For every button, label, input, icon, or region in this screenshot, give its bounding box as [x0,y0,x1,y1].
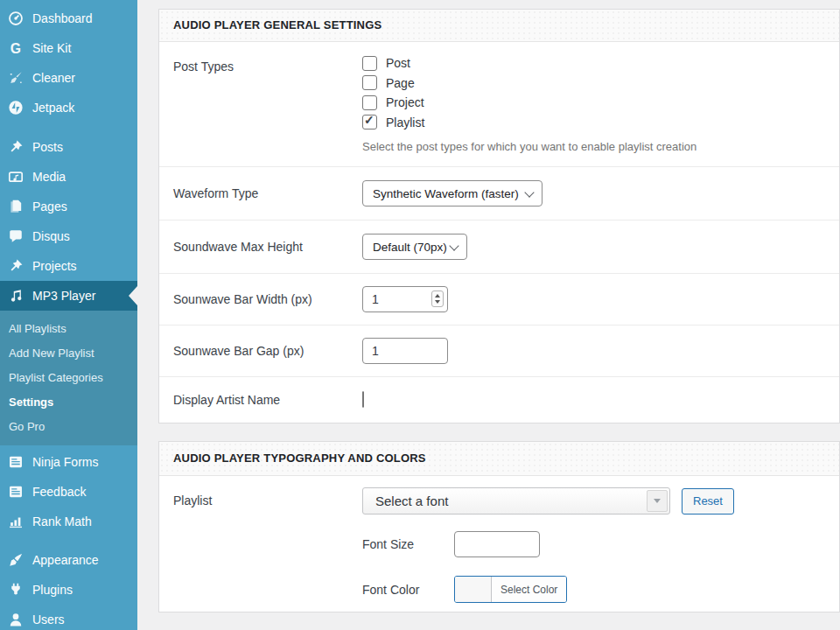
max-height-label: Soundwave Max Height [173,234,362,260]
post-type-option-project[interactable]: Project [362,93,825,113]
font-size-label: Font Size [362,537,454,551]
sidebar-item-label: Cleaner [32,71,75,85]
checkbox-project[interactable] [362,95,377,110]
sidebar-item-label: Site Kit [32,41,71,55]
checkbox-post[interactable] [362,56,377,71]
pushpin-icon [7,139,24,155]
number-spinner[interactable] [431,290,444,307]
submenu-item-go-pro[interactable]: Go Pro [0,415,137,439]
reset-button[interactable]: Reset [682,488,734,514]
sidebar-item-label: Appearance [32,553,99,567]
sidebar-item-label: Media [32,170,66,184]
typography-title: AUDIO PLAYER TYPOGRAPHY AND COLORS [159,442,839,476]
checkbox-playlist[interactable] [362,115,377,130]
sidebar-item-users[interactable]: Users [0,605,137,630]
playlist-font-select[interactable]: Select a font [362,487,670,514]
max-height-select[interactable]: Default (70px) [362,234,467,260]
waveform-type-row: Waveform Type Synthetic Waveform (faster… [159,166,839,220]
svg-text:G: G [10,41,21,56]
sidebar-item-label: Dashboard [32,11,93,25]
user-icon [7,612,24,627]
post-type-option-page[interactable]: Page [362,74,825,94]
bar-gap-row: Sounwave Bar Gap (px) [159,325,839,376]
sidebar-group-plugins: Ninja Forms Feedback Rank Math [0,447,137,536]
pages-icon [7,199,24,214]
playlist-typography-row: Playlist Select a font Reset Font Size [159,476,839,624]
post-types-help-text: Select the post types for which you want… [362,140,825,153]
sidebar-item-label: MP3 Player [32,289,95,303]
sidebar-item-label: Rank Math [32,514,92,528]
sidebar-item-dashboard[interactable]: Dashboard [0,4,137,33]
playlist-label: Playlist [173,487,362,514]
font-color-row: Font Color Select Color [362,576,825,603]
post-types-row: Post Types Post Page Project [159,42,839,166]
admin-sidebar: Dashboard G Site Kit Cleaner Jetpack [0,0,137,630]
waveform-type-select[interactable]: Synthetic Waveform (faster) [362,180,542,206]
display-artist-checkbox[interactable] [362,391,364,408]
checkbox-page[interactable] [362,75,377,90]
post-type-option-playlist[interactable]: Playlist [362,113,825,133]
display-artist-label: Display Artist Name [173,393,362,407]
select-color-button-label: Select Color [492,577,566,602]
sidebar-group-main: Posts Media Pages Disqus [0,132,137,445]
sidebar-item-pages[interactable]: Pages [0,192,137,221]
settings-content: AUDIO PLAYER GENERAL SETTINGS Post Types… [137,0,840,630]
color-swatch [455,577,492,602]
sidebar-item-rank-math[interactable]: Rank Math [0,507,137,536]
sidebar-item-ninja-forms[interactable]: Ninja Forms [0,447,137,477]
sidebar-item-plugins[interactable]: Plugins [0,575,137,605]
typography-card: AUDIO PLAYER TYPOGRAPHY AND COLORS Playl… [158,441,840,612]
post-types-label: Post Types [173,53,362,76]
submenu-item-settings[interactable]: Settings [0,390,137,415]
bar-gap-input[interactable] [362,338,448,364]
post-type-option-post[interactable]: Post [362,53,825,74]
brush-icon [7,552,24,568]
submenu-item-playlist-categories[interactable]: Playlist Categories [0,366,137,390]
sidebar-item-feedback[interactable]: Feedback [0,477,137,507]
select-color-button[interactable]: Select Color [454,576,567,603]
spinner-up-icon[interactable] [435,294,440,298]
font-size-input[interactable] [454,531,540,557]
sidebar-item-cleaner[interactable]: Cleaner [0,63,137,93]
sidebar-item-label: Projects [32,259,77,273]
chevron-down-icon [449,241,458,250]
bar-width-label: Sounwave Bar Width (px) [173,286,362,312]
plug-icon [7,582,24,598]
sidebar-item-site-kit[interactable]: G Site Kit [0,33,137,63]
form-icon [7,454,24,470]
submenu-item-all-playlists[interactable]: All Playlists [0,317,137,341]
checkbox-label: Project [386,95,424,109]
mp3-player-submenu: All Playlists Add New Playlist Playlist … [0,311,137,445]
cleaner-icon [7,70,24,86]
sidebar-item-label: Feedback [32,485,86,499]
general-settings-card: AUDIO PLAYER GENERAL SETTINGS Post Types… [158,9,840,424]
submenu-item-add-new-playlist[interactable]: Add New Playlist [0,341,137,366]
chevron-down-icon [524,187,534,197]
sidebar-item-mp3-player[interactable]: MP3 Player [0,281,137,311]
sidebar-item-projects[interactable]: Projects [0,251,137,281]
font-size-row: Font Size [362,531,825,557]
sidebar-item-media[interactable]: Media [0,162,137,192]
site-kit-icon: G [7,40,24,56]
playlist-font-select-value: Select a font [363,488,669,514]
waveform-type-select-value: Synthetic Waveform (faster) [373,187,519,200]
wp-admin-page: Dashboard G Site Kit Cleaner Jetpack [0,0,840,630]
dashboard-icon [7,10,24,26]
font-color-label: Font Color [362,583,454,597]
sidebar-item-disqus[interactable]: Disqus [0,221,137,251]
spinner-down-icon[interactable] [435,300,440,304]
post-types-options: Post Page Project Playlist Select the [362,53,825,155]
waveform-type-label: Waveform Type [173,180,362,206]
sidebar-group-top: Dashboard G Site Kit Cleaner Jetpack [0,0,137,122]
sidebar-item-posts[interactable]: Posts [0,132,137,162]
triangle-down-icon [654,499,661,503]
pushpin-icon [7,258,24,274]
sidebar-item-label: Users [32,612,65,626]
sidebar-item-jetpack[interactable]: Jetpack [0,93,137,122]
sidebar-item-label: Pages [32,200,67,214]
checkbox-label: Playlist [386,116,424,130]
sidebar-item-appearance[interactable]: Appearance [0,545,137,575]
sidebar-item-label: Ninja Forms [32,455,98,469]
font-select-arrow-button[interactable] [647,490,668,512]
checkbox-label: Post [386,56,410,70]
